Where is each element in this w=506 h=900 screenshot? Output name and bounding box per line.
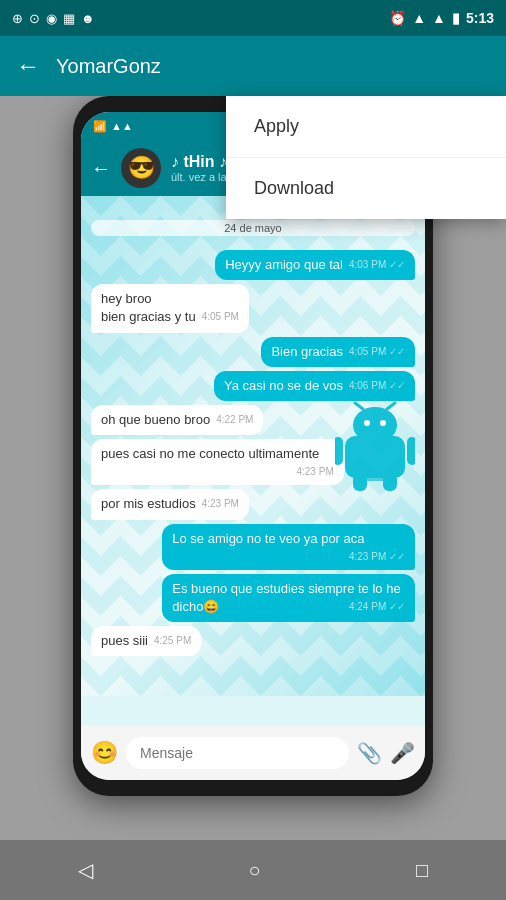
- svg-point-1: [353, 407, 397, 443]
- bubble-2: hey broo bien gracias y tu 4:05 PM: [91, 284, 249, 332]
- phone-wifi-icon: 📶: [93, 120, 107, 133]
- svg-rect-6: [335, 437, 343, 465]
- attach-button[interactable]: 📎: [357, 741, 382, 765]
- download-menu-item[interactable]: Download: [226, 158, 506, 219]
- svg-line-4: [355, 403, 363, 409]
- message-2: hey broo bien gracias y tu 4:05 PM: [91, 284, 415, 332]
- dropdown-menu: Apply Download: [226, 96, 506, 219]
- bubble-5: oh que bueno broo 4:22 PM: [91, 405, 263, 435]
- svg-point-2: [364, 420, 370, 426]
- svg-point-3: [380, 420, 386, 426]
- message-7: por mis estudios 4:23 PM: [91, 489, 415, 519]
- status-bar-left: ⊕ ⊙ ◉ ▦ ☻: [12, 11, 95, 26]
- settings-icon: ⊙: [29, 11, 40, 26]
- nav-home-button[interactable]: ○: [248, 859, 260, 882]
- phone-signal-icon: ▲▲: [111, 120, 133, 132]
- svg-rect-7: [407, 437, 415, 465]
- chat-messages-area[interactable]: 24 de mayo Heyyy amigo que tal 4:03 PM ✓…: [81, 196, 425, 696]
- app-bar-title: YomarGonz: [56, 55, 490, 78]
- bubble-4: Ya casi no se de vos 4:06 PM ✓✓: [214, 371, 415, 401]
- android-icon: ☻: [81, 11, 95, 26]
- grid-icon: ▦: [63, 11, 75, 26]
- emoji-button[interactable]: 😊: [91, 740, 118, 766]
- alarm-icon: ⊕: [12, 11, 23, 26]
- chat-input-bar: 😊 📎 🎤: [81, 726, 425, 780]
- app-bar: ← YomarGonz: [0, 36, 506, 96]
- bubble-8: Lo se amigo no te veo ya por aca 4:23 PM…: [162, 524, 415, 570]
- bubble-10: pues siii 4:25 PM: [91, 626, 201, 656]
- bubble-6: pues casi no me conecto ultimamente 4:23…: [91, 439, 344, 485]
- message-input[interactable]: [126, 737, 349, 769]
- bubble-7: por mis estudios 4:23 PM: [91, 489, 249, 519]
- message-4: Ya casi no se de vos 4:06 PM ✓✓: [91, 371, 415, 401]
- signal-icon: ▲: [432, 10, 446, 26]
- message-8: Lo se amigo no te veo ya por aca 4:23 PM…: [91, 524, 415, 570]
- message-9: Es bueno que estudies siempre te lo he d…: [91, 574, 415, 622]
- battery-icon: ▮: [452, 10, 460, 26]
- status-bar: ⊕ ⊙ ◉ ▦ ☻ ⏰ ▲ ▲ ▮ 5:13: [0, 0, 506, 36]
- svg-line-5: [387, 403, 395, 409]
- back-button[interactable]: ←: [16, 52, 40, 80]
- contact-avatar: 😎: [121, 148, 161, 188]
- chat-back-button[interactable]: ←: [91, 157, 111, 180]
- message-10: pues siii 4:25 PM: [91, 626, 415, 656]
- android-mascot: [335, 401, 415, 491]
- message-1: Heyyy amigo que tal 4:03 PM ✓✓: [91, 250, 415, 280]
- wifi-icon: ▲: [412, 10, 426, 26]
- nav-back-button[interactable]: ◁: [78, 858, 93, 882]
- nav-bar: ◁ ○ □: [0, 840, 506, 900]
- bubble-1: Heyyy amigo que tal 4:03 PM ✓✓: [215, 250, 415, 280]
- bubble-3: Bien gracias 4:05 PM ✓✓: [261, 337, 415, 367]
- status-bar-right: ⏰ ▲ ▲ ▮ 5:13: [389, 10, 494, 26]
- bubble-9: Es bueno que estudies siempre te lo he d…: [162, 574, 415, 622]
- mic-button[interactable]: 🎤: [390, 741, 415, 765]
- time-display: 5:13: [466, 10, 494, 26]
- spotify-icon: ◉: [46, 11, 57, 26]
- phone-status-left: 📶 ▲▲: [93, 120, 133, 133]
- nav-recent-button[interactable]: □: [416, 859, 428, 882]
- date-divider: 24 de mayo: [91, 220, 415, 236]
- apply-menu-item[interactable]: Apply: [226, 96, 506, 158]
- clock-icon: ⏰: [389, 10, 406, 26]
- message-3: Bien gracias 4:05 PM ✓✓: [91, 337, 415, 367]
